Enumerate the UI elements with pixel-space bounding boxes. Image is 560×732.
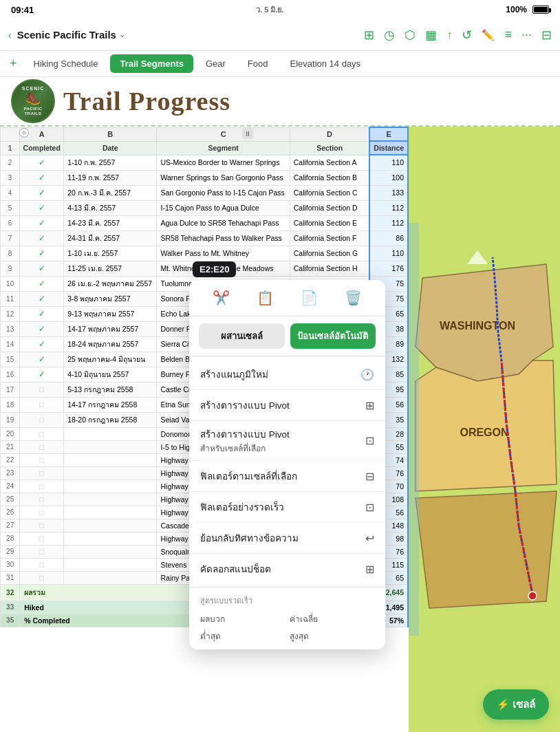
menu-item-filter-cell[interactable]: ฟิลเตอร์ตามเซลล์ที่เลือก ⊟ [189, 461, 385, 492]
more-icon[interactable]: ··· [521, 28, 532, 42]
table-row[interactable]: 3✓11-19 ก.พ. 2557Warner Springs to San G… [1, 170, 409, 185]
col-header-e[interactable]: E [369, 127, 408, 141]
table-row[interactable]: 2✓1-10 ก.พ. 2557US-Mexico Border to Warn… [1, 155, 409, 170]
completed-cell[interactable]: □ [20, 571, 64, 584]
completed-cell[interactable]: □ [20, 493, 64, 506]
menu-item-pivot-table[interactable]: สร้างตารางแบบ Pivot ⊞ [189, 390, 385, 421]
col-segment-header: Segment [157, 141, 290, 155]
date-cell: 25 พฤษภาคม-4 มิถุนายน [64, 352, 157, 367]
revert-icon[interactable]: ↺ [462, 28, 472, 43]
tab-hiking-schedule[interactable]: Hiking Schedule [24, 54, 108, 73]
date-cell [64, 440, 157, 453]
cut-icon[interactable]: ✂️ [207, 287, 235, 309]
completed-cell[interactable]: □ [20, 532, 64, 545]
tab-elevation[interactable]: Elevation 14 days [281, 54, 371, 73]
table-row[interactable]: 5✓4-13 มี.ค. 2557I-15 Cajon Pass to Agua… [1, 200, 409, 215]
calc-avg[interactable]: ค่าเฉลี่ย [290, 612, 375, 625]
merge-cells-button[interactable]: ผสานเซลล์ [199, 323, 285, 349]
calc-sum[interactable]: ผลบวก [200, 612, 286, 625]
row-number: 3 [1, 170, 20, 185]
completed-cell[interactable]: ✓ [20, 276, 64, 291]
completed-cell[interactable]: ✓ [20, 246, 64, 261]
menu-item-quick-filter[interactable]: ฟิลเตอร์อย่างรวดเร็ว ⊡ [189, 492, 385, 523]
completed-cell[interactable]: □ [20, 427, 64, 440]
copy-icon[interactable]: 📋 [251, 287, 279, 309]
segment-cell: SR58 Tehachapi Pass to Walker Pass [157, 230, 290, 246]
pencil-icon[interactable]: ✏️ [482, 29, 495, 41]
menu-item-copy-snapshot-label: คัดลอกสแนปช็อต [200, 561, 271, 577]
row-number: 10 [1, 276, 20, 291]
completed-cell[interactable]: □ [20, 506, 64, 519]
row-number: 33 [1, 601, 20, 614]
flash-cell-button[interactable]: ⚡ เซลล์ [483, 689, 549, 720]
completed-cell[interactable]: ✓ [20, 367, 64, 382]
list-icon[interactable]: ≡ [504, 28, 512, 42]
freeze-button[interactable]: ○ [19, 128, 29, 138]
completed-cell[interactable]: □ [20, 382, 64, 397]
row-number: 26 [1, 506, 20, 519]
completed-cell[interactable]: ✓ [20, 170, 64, 185]
table-row[interactable]: 7✓24-31 มี.ค. 2557SR58 Tehachapi Pass to… [1, 230, 409, 246]
completed-cell[interactable]: ✓ [20, 155, 64, 170]
calc-max[interactable]: สูงสุด [290, 629, 375, 643]
tab-trail-segments[interactable]: Trail Segments [110, 54, 193, 73]
completed-cell[interactable]: ✓ [20, 306, 64, 321]
completed-cell[interactable]: □ [20, 519, 64, 532]
banner-title: Trail Progress [63, 86, 230, 116]
completed-cell[interactable]: ✓ [20, 291, 64, 306]
completed-cell[interactable]: ✓ [20, 261, 64, 276]
table-row[interactable]: 4✓20 ก.พ.-3 มี.ค. 2557San Gorgonio Pass … [1, 185, 409, 200]
completed-cell[interactable]: □ [20, 466, 64, 480]
date-cell [64, 558, 157, 571]
completed-cell[interactable]: □ [20, 558, 64, 571]
add-tab-button[interactable]: + [6, 54, 21, 74]
menu-item-new-chart[interactable]: สร้างแผนภูมิใหม่ 🕐 [189, 359, 385, 390]
col-header-b[interactable]: B [64, 127, 157, 141]
context-menu[interactable]: ✂️ 📋 📄 🗑️ ผสานเซลล์ ป้อนเซลล์อัตโนมัติ ส… [189, 280, 385, 649]
completed-cell[interactable]: ✓ [20, 321, 64, 336]
completed-cell[interactable]: □ [20, 397, 64, 412]
date-cell: 1-10 ก.พ. 2557 [64, 155, 157, 170]
table-row[interactable]: 6✓14-23 มี.ค. 2557Agua Dulce to SR58 Teh… [1, 215, 409, 230]
title-chevron-icon: ⌄ [119, 30, 125, 39]
tab-gear[interactable]: Gear [196, 54, 235, 73]
copy-icon[interactable]: ⬡ [405, 28, 416, 43]
completed-cell[interactable]: □ [20, 440, 64, 453]
completed-cell[interactable]: ✓ [20, 336, 64, 352]
back-button[interactable]: ‹ [8, 30, 12, 41]
completed-cell[interactable]: □ [20, 412, 64, 427]
pause-button[interactable]: ⏸ [242, 128, 253, 139]
table-row[interactable]: 8✓1-10 เม.ย. 2557Walker Pass to Mt. Whit… [1, 246, 409, 261]
table-icon[interactable]: ⊞ [364, 28, 374, 43]
media-icon[interactable]: ▦ [425, 28, 437, 43]
menu-item-reverse-text[interactable]: ย้อนกลับทิศทางข้อความ ↩ [189, 523, 385, 554]
menu-item-copy-snapshot[interactable]: คัดลอกสแนปช็อต ⊞ [189, 554, 385, 584]
paste-icon[interactable]: 📄 [295, 287, 323, 309]
completed-cell[interactable]: □ [20, 453, 64, 466]
segment-cell: US-Mexico Border to Warner Springs [157, 155, 290, 170]
distance-cell: 86 [369, 230, 408, 246]
auto-fill-button[interactable]: ป้อนเซลล์อัตโนมัติ [290, 323, 376, 349]
completed-cell[interactable]: ✓ [20, 230, 64, 246]
menu-action-buttons: ผสานเซลล์ ป้อนเซลล์อัตโนมัติ [189, 316, 385, 356]
completed-cell[interactable]: □ [20, 545, 64, 558]
pivot-selected-icon: ⊡ [365, 434, 374, 447]
table-row[interactable]: 9✓11-25 เม.ย. 2557Mt. Whitney to Tuolumn… [1, 261, 409, 276]
sheets-icon[interactable]: ⊟ [541, 28, 552, 43]
tab-food[interactable]: Food [238, 54, 278, 73]
completed-cell[interactable]: □ [20, 480, 64, 493]
calc-min[interactable]: ต่ำสุด [200, 629, 286, 643]
clock-icon[interactable]: ◷ [384, 28, 395, 43]
row-number: 32 [1, 584, 20, 601]
col-header-d[interactable]: D [290, 127, 369, 141]
col-header-c[interactable]: C [157, 127, 290, 141]
distance-cell: 176 [369, 261, 408, 276]
share-icon[interactable]: ↑ [446, 29, 452, 41]
completed-cell[interactable]: ✓ [20, 185, 64, 200]
date-cell: 4-10 มิถุนายน 2557 [64, 367, 157, 382]
delete-icon[interactable]: 🗑️ [339, 287, 367, 309]
menu-item-pivot-selected[interactable]: สร้างตารางแบบ Pivotสำหรับเซลล์ที่เลือก ⊡ [189, 421, 385, 461]
completed-cell[interactable]: ✓ [20, 200, 64, 215]
completed-cell[interactable]: ✓ [20, 352, 64, 367]
completed-cell[interactable]: ✓ [20, 215, 64, 230]
